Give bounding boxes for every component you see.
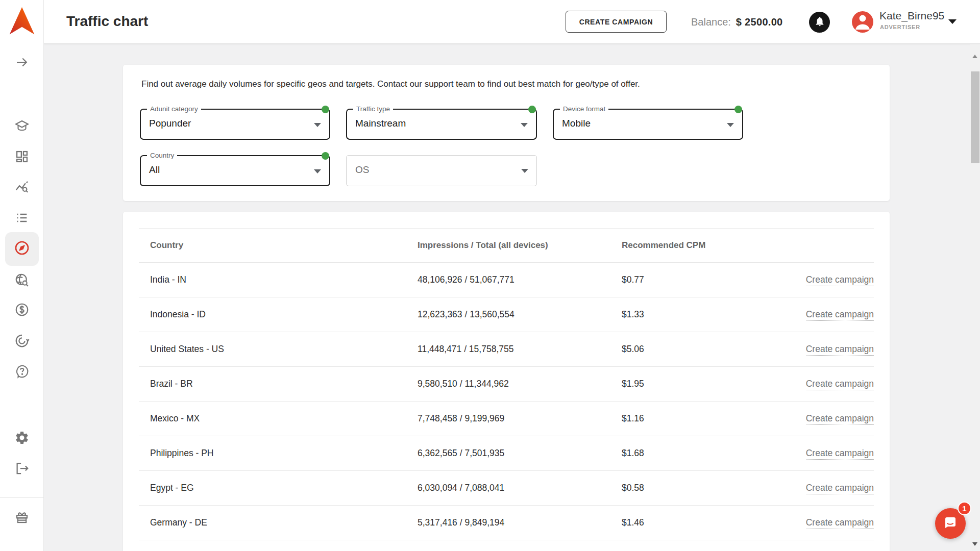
sidebar-item-campaigns[interactable] — [0, 207, 44, 229]
sidebar — [0, 0, 44, 551]
column-header-action — [795, 229, 874, 263]
scroll-up-arrow-icon[interactable] — [972, 55, 977, 58]
create-campaign-link[interactable]: Create campaign — [806, 413, 874, 425]
create-campaign-link[interactable]: Create campaign — [806, 344, 874, 356]
create-campaign-link[interactable]: Create campaign — [806, 274, 874, 286]
impressions-cell: 48,106,926 / 51,067,771 — [418, 263, 622, 297]
impressions-cell: 6,030,094 / 7,088,041 — [418, 471, 622, 506]
notifications-button[interactable] — [809, 12, 830, 33]
chat-unread-badge: 1 — [958, 502, 971, 515]
filter-ok-dot — [734, 106, 742, 113]
cpm-cell: $5.06 — [622, 332, 795, 367]
country-cell: Brazil - BR — [139, 367, 418, 402]
help-icon — [14, 364, 30, 379]
create-campaign-link[interactable]: Create campaign — [806, 379, 874, 390]
table-row: Mexico - MX 7,748,458 / 9,199,969 $1.16 … — [139, 402, 874, 436]
adunit-category-select[interactable]: Adunit category Popunder — [140, 109, 330, 140]
impressions-cell: 9,580,510 / 11,344,962 — [418, 367, 622, 402]
table-header-row: Country Impressions / Total (all devices… — [139, 229, 874, 263]
country-cell: Philippines - PH — [139, 436, 418, 471]
cpm-cell: $1.33 — [622, 297, 795, 332]
intro-text: Find out average daily volumes for speci… — [141, 79, 640, 89]
table-row: Indonesia - ID 12,623,363 / 13,560,554 $… — [139, 297, 874, 332]
target-loop-icon — [14, 333, 30, 348]
table-row: Germany - DE 5,317,416 / 9,849,194 $1.46… — [139, 506, 874, 540]
create-campaign-link[interactable]: Create campaign — [806, 517, 874, 529]
adunit-category-value: Popunder — [149, 118, 191, 129]
compass-icon — [14, 240, 30, 258]
username[interactable]: Kate_Birne95 — [879, 10, 944, 22]
cpm-cell: $1.68 — [622, 436, 795, 471]
sidebar-item-statistics[interactable] — [0, 177, 44, 199]
sidebar-item-retargeting[interactable] — [0, 330, 44, 352]
globe-search-icon — [14, 272, 30, 288]
country-cell: Egypt - EG — [139, 471, 418, 506]
create-campaign-link[interactable]: Create campaign — [806, 448, 874, 460]
app-logo[interactable] — [6, 5, 38, 37]
create-campaign-button[interactable]: CREATE CAMPAIGN — [566, 11, 667, 33]
country-select[interactable]: Country All — [140, 155, 330, 186]
user-menu-caret-icon[interactable] — [948, 19, 957, 24]
sidebar-item-help[interactable] — [0, 360, 44, 383]
country-cell: United States - US — [139, 332, 418, 367]
traffic-type-value: Mainstream — [355, 118, 406, 129]
scrollbar-thumb[interactable] — [971, 71, 979, 163]
traffic-table-card: Country Impressions / Total (all devices… — [123, 212, 890, 551]
sidebar-item-bonuses[interactable] — [0, 506, 44, 529]
country-cell: India - IN — [139, 263, 418, 297]
sidebar-expand-button[interactable] — [0, 51, 44, 73]
create-campaign-link[interactable]: Create campaign — [806, 483, 874, 494]
column-header-impressions: Impressions / Total (all devices) — [418, 229, 622, 263]
traffic-type-select[interactable]: Traffic type Mainstream — [346, 109, 537, 140]
country-cell: Mexico - MX — [139, 402, 418, 436]
logo-arrow-icon — [6, 5, 38, 37]
logout-icon — [14, 461, 30, 476]
scroll-down-arrow-icon[interactable] — [972, 542, 977, 546]
chevron-down-icon — [521, 123, 528, 127]
country-value: All — [149, 164, 160, 176]
impressions-cell: 12,623,363 / 13,560,554 — [418, 297, 622, 332]
balance: Balance: $ 2500.00 — [691, 0, 783, 44]
cpm-cell: $1.95 — [622, 367, 795, 402]
os-placeholder: OS — [355, 164, 369, 176]
user-avatar[interactable] — [852, 11, 873, 33]
sidebar-item-finance[interactable] — [0, 298, 44, 321]
top-header: Traffic chart CREATE CAMPAIGN Balance: $… — [44, 0, 980, 44]
gift-icon — [14, 510, 30, 525]
impressions-cell: 11,448,471 / 15,758,755 — [418, 332, 622, 367]
sidebar-item-dashboard[interactable] — [0, 145, 44, 168]
chevron-down-icon — [727, 123, 734, 127]
sidebar-item-geo[interactable] — [0, 269, 44, 291]
graduation-cap-icon — [14, 118, 30, 134]
table-row: United States - US 11,448,471 / 15,758,7… — [139, 332, 874, 367]
impressions-cell: 5,317,416 / 9,849,194 — [418, 506, 622, 540]
column-header-cpm: Recommended CPM — [622, 229, 795, 263]
traffic-table: Country Impressions / Total (all devices… — [139, 228, 874, 540]
balance-label: Balance: — [691, 16, 731, 28]
sidebar-item-education[interactable] — [0, 115, 44, 137]
vertical-scrollbar[interactable] — [970, 44, 980, 551]
create-campaign-link[interactable]: Create campaign — [806, 309, 874, 321]
list-icon — [15, 211, 29, 225]
filters-card: Find out average daily volumes for speci… — [123, 65, 890, 201]
cpm-cell: $0.58 — [622, 471, 795, 506]
sidebar-item-traffic-chart[interactable] — [5, 232, 39, 266]
table-row: India - IN 48,106,926 / 51,067,771 $0.77… — [139, 263, 874, 297]
device-format-select[interactable]: Device format Mobile — [553, 109, 743, 140]
arrow-right-icon — [14, 55, 30, 70]
chat-bubble-icon — [942, 514, 959, 533]
device-format-value: Mobile — [562, 118, 591, 129]
country-cell: Indonesia - ID — [139, 297, 418, 332]
chevron-down-icon — [314, 169, 321, 173]
sidebar-item-settings[interactable] — [0, 427, 44, 449]
chart-search-icon — [14, 180, 30, 195]
impressions-cell: 7,748,458 / 9,199,969 — [418, 402, 622, 436]
os-select[interactable]: OS — [346, 155, 537, 186]
cpm-cell: $1.46 — [622, 506, 795, 540]
adunit-category-label: Adunit category — [147, 105, 201, 113]
table-row: Egypt - EG 6,030,094 / 7,088,041 $0.58 C… — [139, 471, 874, 506]
sidebar-item-logout[interactable] — [0, 457, 44, 480]
filter-ok-dot — [322, 152, 329, 160]
cpm-cell: $0.77 — [622, 263, 795, 297]
page-title: Traffic chart — [66, 13, 148, 30]
